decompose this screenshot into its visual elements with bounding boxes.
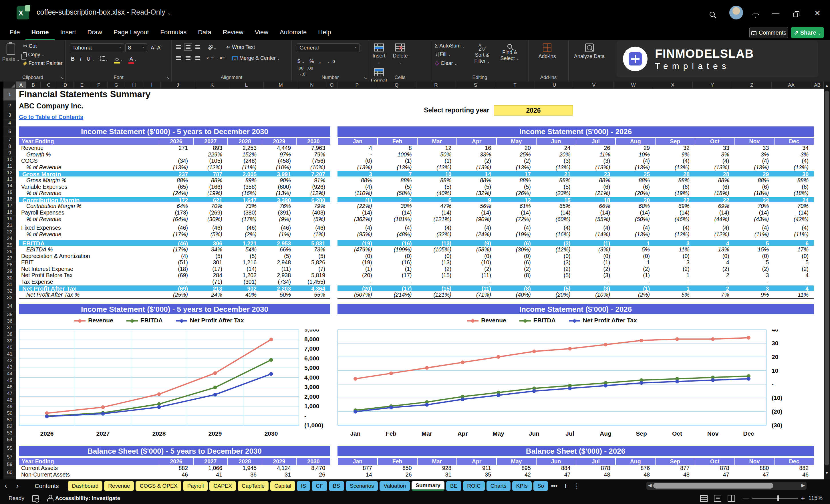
cell[interactable]: (46) (159, 240, 193, 246)
format-painter-button[interactable]: Format Painter (23, 60, 62, 66)
cell[interactable]: (391) (262, 209, 296, 216)
cell[interactable]: - (338, 279, 377, 285)
cell[interactable]: (11) (456, 285, 496, 291)
cell[interactable]: (46) (262, 224, 296, 231)
table-header-row[interactable]: JanFebMarAprMayJunJulAugSepOctNovDec (338, 458, 814, 465)
cell[interactable]: - (615, 279, 655, 285)
cell[interactable]: 33 (734, 145, 774, 151)
cell[interactable]: (40%) (496, 291, 536, 298)
cell[interactable]: (14) (655, 209, 695, 216)
cell[interactable]: (17) (193, 266, 227, 272)
row-header-39[interactable]: 39 (3, 338, 16, 344)
cell[interactable]: (2%) (227, 231, 262, 238)
column-header-G[interactable]: G (107, 82, 125, 88)
row-header-17[interactable]: 17 (3, 202, 16, 209)
cell[interactable]: 902 (227, 285, 262, 291)
macro-record-icon[interactable] (32, 495, 39, 502)
cell[interactable]: (12%) (536, 246, 576, 253)
row-header-7[interactable]: 7 (3, 137, 16, 143)
row-header-8[interactable]: 8 (3, 143, 16, 150)
row-header-14[interactable]: 14 (3, 183, 16, 189)
cell[interactable]: 18 (576, 197, 615, 202)
cell[interactable]: 10 (417, 171, 457, 177)
cell[interactable]: (0) (615, 253, 655, 259)
cell[interactable]: (4) (695, 158, 734, 164)
cell[interactable]: (4) (456, 224, 496, 231)
cell[interactable]: (16) (377, 240, 417, 246)
cell[interactable]: (0) (338, 253, 377, 259)
cell[interactable]: 30 (774, 171, 814, 177)
find-select-button[interactable]: Find & Select ⌄ (497, 40, 523, 62)
number-dialog-launcher[interactable]: ↘ (363, 75, 367, 80)
cell[interactable]: (11%) (734, 231, 774, 238)
cell[interactable]: 2,253 (227, 145, 262, 151)
cell[interactable]: (6) (774, 184, 814, 190)
cell[interactable]: (358) (227, 184, 262, 190)
cell[interactable]: 29 (615, 145, 655, 151)
column-header-W[interactable]: W (614, 82, 653, 88)
row-header-38[interactable]: 38 (3, 331, 16, 338)
cell[interactable]: 1,202 (227, 272, 262, 279)
cell[interactable]: (1) (377, 266, 417, 272)
table-row[interactable]: (14)(14)(14)(14)(14)(14)(14)(14)(14)(14)… (338, 209, 814, 216)
cell[interactable]: (4) (536, 224, 576, 231)
cell[interactable]: (1) (338, 266, 377, 272)
cell[interactable]: 911 (456, 465, 496, 471)
row-header-27[interactable]: 27 (3, 255, 16, 262)
row-headers[interactable]: 1234578910111213141516171819212224252627… (3, 89, 16, 479)
wrap-text-button[interactable]: ↩ Wrap Text (226, 44, 255, 50)
cell[interactable]: 4 (338, 145, 377, 151)
cell[interactable]: 9 (456, 197, 496, 202)
increase-font-icon[interactable]: Aˆ (151, 45, 156, 51)
cell[interactable]: 15% (734, 246, 774, 253)
cell[interactable]: (4) (734, 158, 774, 164)
cell[interactable]: 1 (655, 272, 695, 279)
share-button[interactable]: ⇗ Share ⌄ (791, 27, 824, 38)
cell[interactable]: 3,991 (262, 171, 296, 177)
cell[interactable]: 229% (193, 151, 227, 158)
table-row[interactable]: (1)(1)(2)(2)(2)(2)(2)(2)(2)(2)(2)(2) (338, 266, 814, 272)
cell[interactable]: 70% (193, 203, 227, 209)
cell[interactable]: (51) (159, 259, 193, 266)
cell[interactable]: (0) (576, 253, 615, 259)
row-header-28[interactable]: 28 (3, 262, 16, 268)
borders-icon[interactable] (100, 56, 105, 61)
cell[interactable]: 7,207 (296, 171, 330, 177)
cell[interactable]: 88% (536, 177, 576, 184)
decrease-font-icon[interactable]: Aˇ (157, 45, 162, 51)
cell[interactable]: 48 (655, 471, 695, 478)
tab-scroll-right-icon[interactable]: › (12, 481, 24, 490)
cell[interactable]: 76% (262, 203, 296, 209)
cell[interactable]: (5) (536, 285, 576, 291)
cell[interactable]: (17%) (159, 246, 193, 253)
cell[interactable]: (14%) (576, 231, 615, 238)
cell[interactable]: 22 (695, 197, 734, 202)
cell[interactable]: (23%) (536, 190, 576, 196)
cell[interactable]: (14) (377, 209, 417, 216)
accounting-format-icon[interactable]: $ (297, 58, 300, 64)
ribbon-tab-help[interactable]: Help (312, 26, 337, 39)
cell[interactable]: 88% (377, 177, 417, 184)
table-row[interactable]: % of Revenue(17%)(5%)(2%)(1%)(1%) (19, 231, 330, 238)
cell[interactable]: 40% (227, 291, 262, 298)
normal-view-icon[interactable] (700, 495, 708, 502)
cell[interactable]: (121%) (417, 291, 457, 298)
cell[interactable]: (60%) (536, 216, 576, 223)
cell[interactable]: (14) (456, 209, 496, 216)
column-header-U[interactable]: U (535, 82, 574, 88)
row-header-12[interactable]: 12 (3, 169, 16, 176)
cell[interactable]: 16 (456, 145, 496, 151)
cell[interactable]: 56% (456, 203, 496, 209)
cell[interactable]: 88% (159, 177, 193, 184)
cell[interactable]: 35 (456, 471, 496, 478)
cell[interactable]: (6) (615, 184, 655, 190)
cell[interactable]: 42 (496, 471, 536, 478)
cell[interactable]: 880 (734, 465, 774, 471)
column-headers[interactable]: ABCDEFGHIJKLMNOPQRSTUVWXYZAAAB (16, 82, 824, 89)
cell[interactable] (159, 151, 193, 158)
cell[interactable]: 11% (774, 291, 814, 298)
table-row[interactable] (338, 222, 814, 224)
cell[interactable]: (13%) (615, 231, 655, 238)
cell[interactable]: 893 (193, 145, 227, 151)
cell[interactable]: 24 (774, 197, 814, 202)
